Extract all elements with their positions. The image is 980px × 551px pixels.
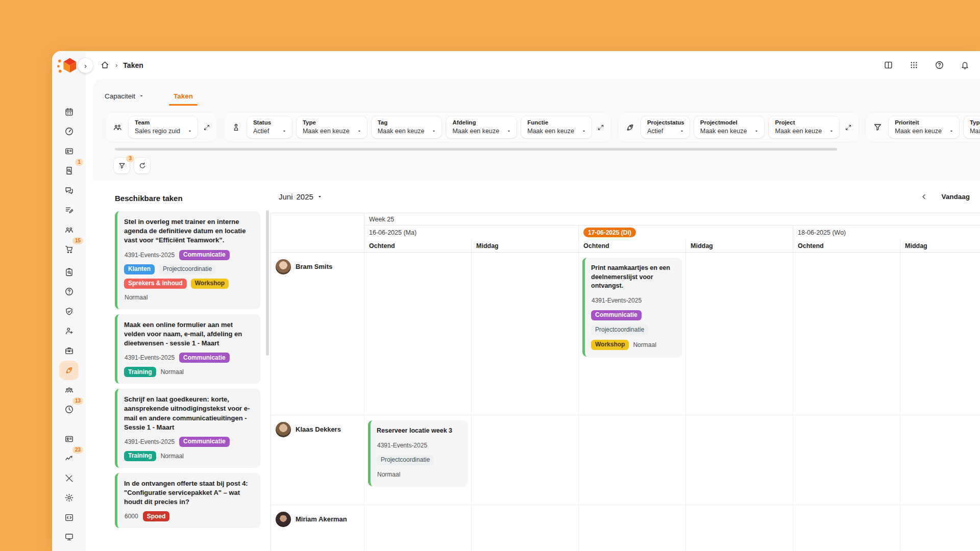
sidebar-item-hr[interactable] — [59, 341, 79, 361]
filter-afdeling-dropdown[interactable]: AfdelingMaak een keuze — [446, 116, 517, 138]
filter-selected-value: Maak een keuze — [303, 128, 350, 135]
calendar-cell[interactable]: Reserveer locatie week 34391-Events-2025… — [364, 415, 471, 505]
sidebar-item-orders[interactable]: 15 — [59, 240, 79, 260]
available-task-card[interactable]: Schrijf en laat goedkeuren: korte, aansp… — [115, 389, 260, 468]
filter-value: Maak een keuze — [700, 128, 760, 135]
panel-icon[interactable] — [884, 60, 893, 70]
refresh-button[interactable] — [134, 158, 150, 173]
sidebar-item-workstation[interactable] — [59, 528, 79, 547]
chevron-down-icon — [829, 129, 834, 134]
home-icon[interactable] — [100, 60, 110, 70]
filter-selected-value: Maak een keuze — [895, 128, 942, 135]
sidebar-item-notes[interactable] — [59, 201, 79, 220]
calendar-cell[interactable] — [685, 415, 793, 505]
sidebar-item-resources[interactable] — [59, 380, 79, 400]
calendar-cell[interactable] — [578, 415, 685, 505]
sidebar-item-recruitment[interactable] — [59, 321, 79, 341]
clock-icon — [64, 405, 74, 414]
chevron-left-icon[interactable] — [920, 193, 928, 201]
task-tags: 4391-Events-2025CommunicatieTrainingNorm… — [124, 353, 254, 377]
calendar-cell[interactable] — [685, 505, 793, 551]
filter-scrollbar[interactable] — [115, 148, 837, 151]
calendar-cell[interactable] — [900, 253, 980, 415]
filter-type-dropdown[interactable]: TypeMaak een keuze — [964, 116, 980, 138]
sidebar-item-settings[interactable] — [59, 488, 79, 508]
sidebar-item-security[interactable] — [59, 302, 79, 321]
sidebar-item-invoices[interactable]: 1 — [59, 161, 79, 181]
backlog-scrollbar[interactable] — [266, 210, 269, 356]
collapse-filter-group-icon[interactable] — [203, 124, 210, 131]
tag-normaal: Normaal — [160, 451, 184, 461]
available-task-card[interactable]: Maak een online formulier aan met velden… — [115, 314, 260, 384]
calendar-cell[interactable] — [793, 415, 900, 505]
settings-icon — [64, 493, 74, 503]
filter-projectmodel-dropdown[interactable]: ProjectmodelMaak een keuze — [694, 116, 765, 138]
sidebar-item-developer[interactable] — [59, 508, 79, 528]
today-button[interactable]: Vandaag — [941, 193, 970, 201]
person-name: Miriam Akerman — [296, 515, 347, 523]
calendar-cell[interactable] — [793, 505, 900, 551]
tag-workshop: Workshop — [591, 340, 629, 350]
help-icon — [64, 287, 74, 296]
sidebar-item-tools[interactable] — [59, 468, 79, 488]
help-circle-icon[interactable] — [935, 60, 944, 70]
scheduled-task-card[interactable]: Reserveer locatie week 34391-Events-2025… — [368, 420, 468, 486]
bell-icon[interactable] — [960, 60, 970, 70]
task-title: Schrijf en laat goedkeuren: korte, aansp… — [124, 395, 254, 432]
sidebar-item-planning[interactable] — [59, 102, 79, 122]
sidebar-item-contacts[interactable] — [59, 141, 79, 161]
filter-projectstatus-dropdown[interactable]: ProjectstatusActief — [641, 116, 690, 138]
sidebar-item-projects[interactable] — [59, 361, 79, 381]
calendar-cell[interactable]: Print naamkaartjes en een deelnemerslijs… — [578, 253, 685, 415]
sidebar-item-cards[interactable] — [59, 429, 79, 449]
calendar-cell[interactable] — [471, 505, 578, 551]
collapse-filter-group-icon[interactable] — [845, 124, 852, 131]
sidebar-expand-button[interactable]: › — [78, 58, 93, 73]
sidebar-item-support[interactable] — [59, 282, 79, 302]
sidebar-item-reports[interactable]: 23 — [59, 449, 79, 469]
team-icon — [64, 225, 74, 235]
calendar-cell[interactable] — [900, 415, 980, 505]
tab-taken[interactable]: Taken — [174, 92, 193, 100]
month-selector[interactable]: Juni 2025 — [279, 192, 323, 201]
calendar-cell[interactable] — [364, 505, 471, 551]
app-logo-icon[interactable] — [56, 57, 79, 76]
calendar-cell[interactable] — [793, 253, 900, 415]
sidebar-count-badge: 13 — [72, 397, 83, 405]
filter-project-dropdown[interactable]: ProjectMaak een keuze — [769, 116, 839, 138]
chat-icon — [64, 186, 74, 195]
collapse-filter-group-icon[interactable] — [597, 124, 604, 131]
page-title: Taken — [123, 61, 143, 69]
apps-grid-icon[interactable] — [909, 60, 919, 70]
calendar-cell[interactable] — [471, 253, 578, 415]
chevron-down-icon — [317, 194, 323, 199]
calendar-cell[interactable] — [685, 253, 793, 415]
filter-type-dropdown[interactable]: TypeMaak een keuze — [297, 116, 367, 138]
filter-group-project: ProjectstatusActiefProjectmodelMaak een … — [618, 113, 859, 142]
app-window: 1151323 › › Taken CapaciteitTaken TeamSa… — [52, 51, 980, 551]
active-filters-button[interactable]: 3 — [114, 158, 130, 173]
filter-team-dropdown[interactable]: TeamSales regio zuid — [129, 116, 198, 138]
tab-capaciteit[interactable]: Capaciteit — [105, 92, 144, 100]
available-task-card[interactable]: In de ontvangen offerte staat bij post 4… — [115, 473, 260, 529]
calendar-cell[interactable] — [578, 505, 685, 551]
sidebar-item-dashboard[interactable] — [59, 122, 79, 142]
day-header-cell: 18-06-2025 (Wo) — [793, 226, 980, 239]
filter-tag-dropdown[interactable]: TagMaak een keuze — [372, 116, 442, 138]
filter-functie-dropdown[interactable]: FunctieMaak een keuze — [521, 116, 592, 138]
calendar-cell[interactable] — [364, 253, 471, 415]
sidebar-item-messages[interactable] — [59, 181, 79, 201]
filter-value: Maak een keuze — [527, 128, 586, 135]
filter-selected-value: Maak een keuze — [700, 128, 747, 135]
filter-prioriteit-dropdown[interactable]: PrioriteitMaak een keuze — [889, 116, 959, 138]
sidebar-item-inspections[interactable] — [59, 262, 79, 282]
available-task-card[interactable]: Stel in overleg met trainer en interne a… — [115, 211, 260, 309]
calendar-cell[interactable] — [900, 505, 980, 551]
filter-status-dropdown[interactable]: StatusActief — [247, 116, 292, 138]
calendar-cell[interactable] — [471, 415, 578, 505]
filter-label: Tag — [378, 119, 437, 126]
tag-klanten: Klanten — [124, 264, 155, 274]
sidebar-item-time[interactable]: 13 — [59, 400, 79, 420]
sidebar-item-teams[interactable] — [59, 220, 79, 240]
scheduled-task-card[interactable]: Print naamkaartjes en een deelnemerslijs… — [582, 258, 682, 357]
